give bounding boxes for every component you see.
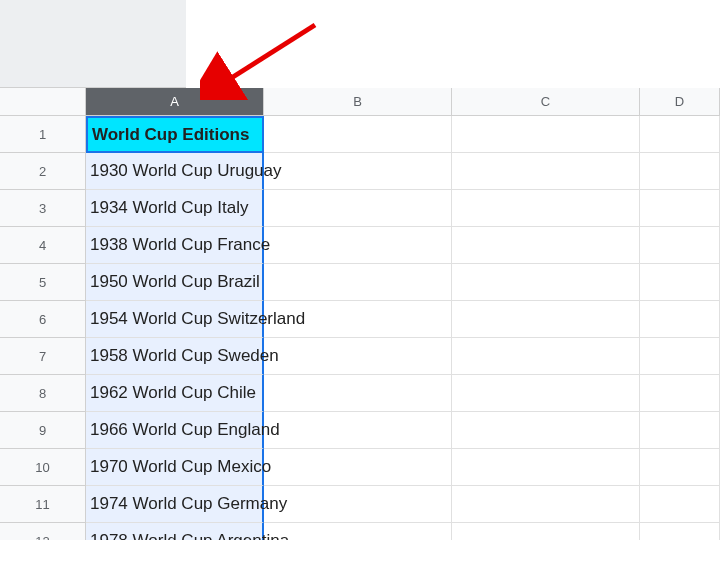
cell-a[interactable]: 1978 World Cup Argentina [86,523,264,540]
row-header[interactable]: 4 [0,227,86,264]
cell-a[interactable]: 1958 World Cup Sweden [86,338,264,375]
row-header[interactable]: 3 [0,190,86,227]
cell-a[interactable]: 1934 World Cup Italy [86,190,264,227]
cell-b[interactable] [264,412,452,449]
table-row: 121978 World Cup Argentina [0,523,720,540]
cell-text: 1962 World Cup Chile [90,383,256,403]
table-row: 51950 World Cup Brazil [0,264,720,301]
table-row: 41938 World Cup France [0,227,720,264]
row-header[interactable]: 2 [0,153,86,190]
row-header[interactable]: 8 [0,375,86,412]
cell-a[interactable]: 1974 World Cup Germany [86,486,264,523]
column-header-b[interactable]: B [264,88,452,115]
cell-a[interactable]: 1930 World Cup Uruguay [86,153,264,190]
cell-d[interactable] [640,227,720,264]
cell-text: 1974 World Cup Germany [90,494,287,514]
svg-line-1 [225,25,315,82]
cell-text: 1930 World Cup Uruguay [90,161,282,181]
grid-body: 1World Cup Editions21930 World Cup Urugu… [0,116,720,540]
cell-c[interactable] [452,449,640,486]
cell-b[interactable] [264,338,452,375]
cell-d[interactable] [640,412,720,449]
row-header[interactable]: 5 [0,264,86,301]
cell-b[interactable] [264,375,452,412]
table-row: 81962 World Cup Chile [0,375,720,412]
column-headers-row: A B C D [0,88,720,116]
cell-c[interactable] [452,301,640,338]
cell-a[interactable]: 1966 World Cup England [86,412,264,449]
cell-b[interactable] [264,523,452,540]
cell-b[interactable] [264,153,452,190]
row-header[interactable]: 10 [0,449,86,486]
table-row: 1World Cup Editions [0,116,720,153]
cell-d[interactable] [640,190,720,227]
cell-c[interactable] [452,153,640,190]
cell-c[interactable] [452,116,640,153]
row-header[interactable]: 1 [0,116,86,153]
cell-b[interactable] [264,116,452,153]
cell-text: 1970 World Cup Mexico [90,457,271,477]
cell-a[interactable]: 1970 World Cup Mexico [86,449,264,486]
cell-d[interactable] [640,116,720,153]
cell-c[interactable] [452,486,640,523]
cell-d[interactable] [640,301,720,338]
cell-c[interactable] [452,412,640,449]
cell-b[interactable] [264,449,452,486]
cell-b[interactable] [264,227,452,264]
cell-a[interactable]: 1954 World Cup Switzerland [86,301,264,338]
cell-text: 1966 World Cup England [90,420,280,440]
table-row: 21930 World Cup Uruguay [0,153,720,190]
cell-d[interactable] [640,523,720,540]
toolbar-placeholder [0,0,186,88]
spreadsheet-grid[interactable]: A B C D 1World Cup Editions21930 World C… [0,88,720,540]
table-row: 111974 World Cup Germany [0,486,720,523]
cell-c[interactable] [452,523,640,540]
column-header-c[interactable]: C [452,88,640,115]
row-header[interactable]: 9 [0,412,86,449]
cell-c[interactable] [452,227,640,264]
cell-c[interactable] [452,264,640,301]
column-header-a[interactable]: A [86,88,264,115]
row-header[interactable]: 7 [0,338,86,375]
cell-d[interactable] [640,486,720,523]
select-all-corner[interactable] [0,88,86,115]
cell-text: 1938 World Cup France [90,235,270,255]
cell-text: 1934 World Cup Italy [90,198,248,218]
cell-text: 1958 World Cup Sweden [90,346,279,366]
cell-b[interactable] [264,301,452,338]
cell-a[interactable]: 1962 World Cup Chile [86,375,264,412]
cell-d[interactable] [640,153,720,190]
cell-c[interactable] [452,338,640,375]
cell-a[interactable]: 1950 World Cup Brazil [86,264,264,301]
cell-a[interactable]: World Cup Editions [86,116,264,153]
row-header[interactable]: 6 [0,301,86,338]
cell-c[interactable] [452,375,640,412]
cell-d[interactable] [640,264,720,301]
row-header[interactable]: 11 [0,486,86,523]
cell-text: 1950 World Cup Brazil [90,272,260,292]
cell-a[interactable]: 1938 World Cup France [86,227,264,264]
row-header[interactable]: 12 [0,523,86,540]
cell-d[interactable] [640,375,720,412]
cell-text: World Cup Editions [92,125,249,145]
table-row: 101970 World Cup Mexico [0,449,720,486]
table-row: 91966 World Cup England [0,412,720,449]
table-row: 71958 World Cup Sweden [0,338,720,375]
cell-text: 1978 World Cup Argentina [90,531,289,540]
cell-b[interactable] [264,190,452,227]
column-header-d[interactable]: D [640,88,720,115]
table-row: 61954 World Cup Switzerland [0,301,720,338]
cell-b[interactable] [264,486,452,523]
cell-d[interactable] [640,449,720,486]
table-row: 31934 World Cup Italy [0,190,720,227]
cell-b[interactable] [264,264,452,301]
cell-d[interactable] [640,338,720,375]
cell-c[interactable] [452,190,640,227]
